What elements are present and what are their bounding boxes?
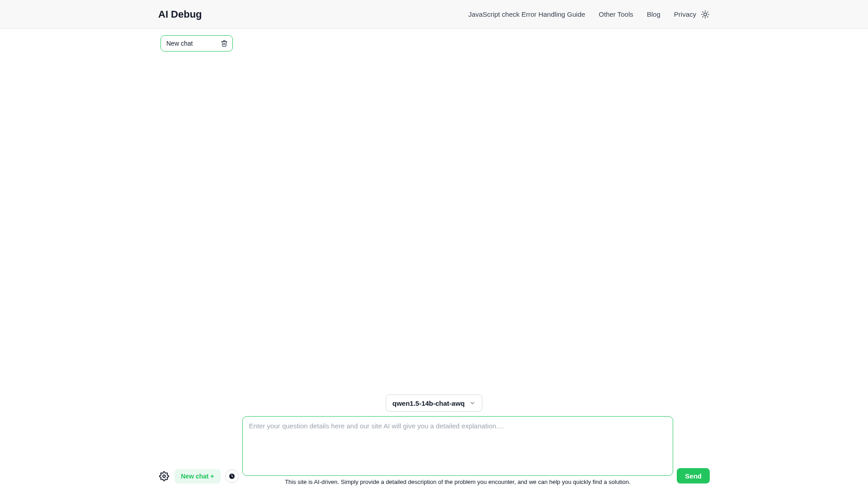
trash-icon[interactable] [221,40,228,47]
svg-point-9 [163,475,165,478]
composer-row: New chat + This site is AI-driven. Simpl… [0,416,868,485]
model-selector-row: qwen1.5-14b-chat-awq [0,394,868,412]
svg-line-7 [703,16,703,17]
chat-list: New chat [160,35,233,52]
nav-link-privacy[interactable]: Privacy [674,10,696,18]
composer-hint: This site is AI-driven. Simply provide a… [285,479,631,485]
sun-icon[interactable] [701,10,710,19]
nav-link-blog[interactable]: Blog [647,10,660,18]
svg-point-0 [704,13,707,16]
chevron-down-icon [469,400,476,406]
composer-left-controls: New chat + [158,469,239,485]
chat-input[interactable] [242,416,674,476]
svg-line-3 [703,12,703,12]
new-chat-button[interactable]: New chat + [175,469,221,483]
header-nav: JavaScript check Error Handling Guide Ot… [468,10,710,19]
sidebar-item-active-chat[interactable]: New chat [160,35,233,52]
composer-zone: qwen1.5-14b-chat-awq New chat + [0,394,868,488]
gear-icon[interactable] [158,470,170,482]
composer-input-block: This site is AI-driven. Simply provide a… [242,416,674,485]
clock-icon[interactable] [225,469,239,483]
svg-line-4 [708,16,708,17]
nav-link-guide[interactable]: JavaScript check Error Handling Guide [468,10,585,18]
sidebar-item-label: New chat [166,40,193,47]
model-selector-label: qwen1.5-14b-chat-awq [392,399,465,407]
header-bar: AI Debug JavaScript check Error Handling… [0,0,868,29]
brand-title[interactable]: AI Debug [158,9,202,20]
svg-line-8 [708,12,708,12]
nav-link-other-tools[interactable]: Other Tools [599,10,633,18]
send-button[interactable]: Send [677,468,710,483]
model-selector[interactable]: qwen1.5-14b-chat-awq [386,394,482,412]
